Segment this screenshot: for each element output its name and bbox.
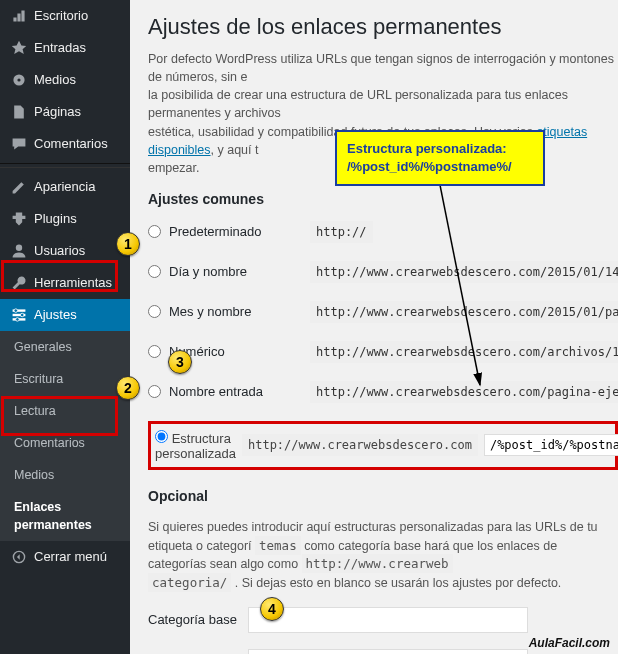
sidebar-item-posts[interactable]: Entradas xyxy=(0,32,130,64)
sidebar-item-plugins[interactable]: Plugins xyxy=(0,203,130,235)
url-numeric: http://www.crearwebsdescero.com/archivos… xyxy=(310,341,618,363)
option-numeric: Numérico http://www.crearwebsdescero.com… xyxy=(148,341,618,363)
main-content: Ajustes de los enlaces permanentes Por d… xyxy=(130,0,618,654)
url-monthname: http://www.crearwebsdescero.com/2015/01/… xyxy=(310,301,618,323)
marker-4: 4 xyxy=(260,597,284,621)
comment-icon xyxy=(10,135,28,153)
sidebar-label: Herramientas xyxy=(34,274,112,292)
option-postname: Nombre entrada http://www.crearwebsdesce… xyxy=(148,381,618,403)
radio-custom[interactable] xyxy=(155,430,168,443)
sidebar-label: Cerrar menú xyxy=(34,548,107,566)
admin-sidebar: Escritorio Entradas Medios Páginas Comen… xyxy=(0,0,130,654)
page-icon xyxy=(10,103,28,121)
sidebar-label: Comentarios xyxy=(34,135,108,153)
sidebar-item-settings[interactable]: Ajustes xyxy=(0,299,130,331)
custom-structure-input[interactable] xyxy=(484,434,618,456)
sidebar-label: Apariencia xyxy=(34,178,95,196)
sidebar-sub-discussion[interactable]: Comentarios xyxy=(0,427,130,459)
svg-point-7 xyxy=(20,313,24,317)
settings-icon xyxy=(10,306,28,324)
url-dayname: http://www.crearwebsdescero.com/2015/01/… xyxy=(310,261,618,283)
sidebar-sub-media[interactable]: Medios xyxy=(0,459,130,491)
category-base-label: Categoría base xyxy=(148,612,248,627)
marker-3: 3 xyxy=(168,350,192,374)
callout-box: Estructura personalizada: /%post_id%/%po… xyxy=(335,130,545,186)
option-dayname: Día y nombre http://www.crearwebsdescero… xyxy=(148,261,618,283)
optional-desc: Si quieres puedes introducir aquí estruc… xyxy=(148,518,618,593)
custom-base-url: http://www.crearwebsdescero.com xyxy=(242,434,478,456)
url-postname: http://www.crearwebsdescero.com/pagina-e… xyxy=(310,381,618,403)
option-monthname: Mes y nombre http://www.crearwebsdescero… xyxy=(148,301,618,323)
radio-dayname[interactable] xyxy=(148,265,161,278)
tool-icon xyxy=(10,274,28,292)
marker-1: 1 xyxy=(116,232,140,256)
option-default: Predeterminado http:// xyxy=(148,221,618,243)
radio-custom-label[interactable]: Estructura personalizada xyxy=(155,430,236,461)
sidebar-label: Plugins xyxy=(34,210,77,228)
sidebar-sub-reading[interactable]: Lectura xyxy=(0,395,130,427)
svg-point-2 xyxy=(16,245,22,251)
sidebar-item-media[interactable]: Medios xyxy=(0,64,130,96)
svg-point-8 xyxy=(16,318,20,322)
appearance-icon xyxy=(10,178,28,196)
sidebar-item-dashboard[interactable]: Escritorio xyxy=(0,0,130,32)
option-custom: Estructura personalizada http://www.crea… xyxy=(148,421,618,470)
category-base-input[interactable] xyxy=(248,607,528,633)
sidebar-sub-permalinks[interactable]: Enlaces permanentes xyxy=(0,491,130,541)
sidebar-item-users[interactable]: Usuarios xyxy=(0,235,130,267)
sidebar-sub-writing[interactable]: Escritura xyxy=(0,363,130,395)
sidebar-item-appearance[interactable]: Apariencia xyxy=(0,171,130,203)
user-icon xyxy=(10,242,28,260)
radio-monthname[interactable] xyxy=(148,305,161,318)
svg-point-6 xyxy=(14,309,18,313)
radio-default[interactable] xyxy=(148,225,161,238)
sidebar-label: Entradas xyxy=(34,39,86,57)
common-settings-heading: Ajustes comunes xyxy=(148,191,618,207)
tag-base-input[interactable] xyxy=(248,649,528,654)
sidebar-label: Páginas xyxy=(34,103,81,121)
radio-dayname-label[interactable]: Día y nombre xyxy=(148,264,300,279)
sidebar-label: Escritorio xyxy=(34,7,88,25)
sidebar-item-comments[interactable]: Comentarios xyxy=(0,128,130,160)
sidebar-item-pages[interactable]: Páginas xyxy=(0,96,130,128)
radio-default-label[interactable]: Predeterminado xyxy=(148,224,300,239)
url-default: http:// xyxy=(310,221,373,243)
plugin-icon xyxy=(10,210,28,228)
sidebar-label: Ajustes xyxy=(34,306,77,324)
radio-monthname-label[interactable]: Mes y nombre xyxy=(148,304,300,319)
svg-point-1 xyxy=(17,78,20,81)
radio-postname[interactable] xyxy=(148,385,161,398)
pin-icon xyxy=(10,39,28,57)
dashboard-icon xyxy=(10,7,28,25)
sidebar-separator xyxy=(0,163,130,168)
page-title: Ajustes de los enlaces permanentes xyxy=(148,14,618,40)
sidebar-label: Medios xyxy=(34,71,76,89)
collapse-icon xyxy=(10,548,28,566)
media-icon xyxy=(10,71,28,89)
marker-2: 2 xyxy=(116,376,140,400)
sidebar-sub-general[interactable]: Generales xyxy=(0,331,130,363)
optional-heading: Opcional xyxy=(148,488,618,504)
radio-postname-label[interactable]: Nombre entrada xyxy=(148,384,300,399)
sidebar-label: Usuarios xyxy=(34,242,85,260)
watermark: AulaFacil.com xyxy=(529,636,610,650)
radio-numeric[interactable] xyxy=(148,345,161,358)
sidebar-item-tools[interactable]: Herramientas xyxy=(0,267,130,299)
sidebar-collapse[interactable]: Cerrar menú xyxy=(0,541,130,573)
